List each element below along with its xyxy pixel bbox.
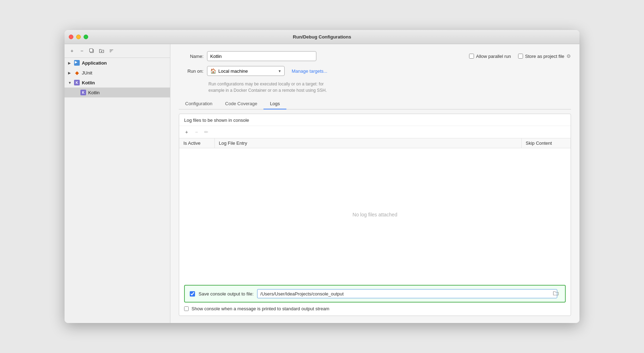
sort-config-button[interactable] [108,47,115,55]
sidebar-toolbar: + − [65,44,170,58]
file-browse-button[interactable] [552,291,560,297]
store-project-checkbox-area: Store as project file ⚙ [518,53,571,59]
copy-config-button[interactable] [88,47,96,55]
tree-arrow-application: ▶ [68,61,74,65]
store-project-gear-icon[interactable]: ⚙ [566,53,571,59]
title-bar: Run/Debug Configurations [65,30,579,44]
close-button[interactable] [69,35,73,39]
show-console-area: Show console when a message is printed t… [179,306,571,316]
run-on-value: Local machine [218,68,248,74]
sidebar: + − [65,44,170,323]
house-icon: 🏠 [210,68,216,74]
content-area: + − [65,44,579,323]
col-header-active: Is Active [179,138,214,148]
kotlin-group-icon: K [74,79,80,86]
window-controls [69,35,88,39]
sort-icon [109,48,114,53]
store-project-label: Store as project file [525,54,564,59]
run-on-select[interactable]: 🏠 Local machine ▼ [207,66,285,76]
folder-plus-icon [99,49,104,53]
tab-configuration[interactable]: Configuration [179,98,219,109]
log-table-container: Is Active Log File Entry Skip Content No… [179,138,571,281]
tree-arrow-junit: ▶ [68,71,74,75]
save-console-label: Save console output to file: [199,291,254,297]
parallel-run-area: Allow parallel run Store as project file… [469,53,571,59]
sidebar-label-kotlin-group: Kotlin [82,80,95,85]
kotlin-child-icon: K [80,89,86,96]
col-header-skip: Skip Content [521,138,571,148]
folder-config-button[interactable] [98,47,105,55]
run-on-row: Run on: 🏠 Local machine ▼ Manage targets… [179,66,571,76]
name-label: Name: [179,54,203,59]
log-remove-button[interactable]: − [193,128,200,136]
allow-parallel-checkbox-area: Allow parallel run [469,54,511,59]
log-panel: Log files to be shown in console + − ✏ I… [179,114,571,316]
sidebar-item-junit[interactable]: ▶ ◆ JUnit [65,68,170,78]
show-console-label: Show console when a message is printed t… [192,306,329,311]
sidebar-item-kotlin-group[interactable]: ▼ K Kotlin [65,78,170,88]
log-edit-button[interactable]: ✏ [202,128,210,136]
sidebar-label-junit: JUnit [82,70,92,76]
tabs: Configuration Code Coverage Logs [179,98,571,109]
add-config-button[interactable]: + [68,47,76,55]
maximize-button[interactable] [84,35,88,39]
application-icon: ▶ [74,60,80,66]
select-arrow-icon: ▼ [278,69,281,73]
minimize-button[interactable] [76,35,81,39]
remove-config-button[interactable]: − [78,47,86,55]
run-on-hint: Run configurations may be executed local… [208,81,571,94]
run-on-label: Run on: [179,68,203,74]
log-table: Is Active Log File Entry Skip Content [179,138,571,148]
tree-arrow-kotlin: ▼ [68,81,74,85]
col-header-entry: Log File Entry [214,138,521,148]
file-path-input[interactable] [257,289,557,298]
log-empty-message: No log files attached [179,148,571,281]
sidebar-label-application: Application [82,60,107,66]
main-panel: Name: Allow parallel run Store as projec… [170,44,579,323]
save-console-checkbox[interactable] [190,291,195,297]
name-input[interactable] [207,51,316,61]
sidebar-label-kotlin: Kotlin [88,90,100,95]
save-console-area: Save console output to file: [184,285,566,303]
tab-logs[interactable]: Logs [263,98,286,109]
show-console-checkbox[interactable] [184,306,189,311]
junit-icon: ◆ [74,70,80,76]
store-project-checkbox[interactable] [518,54,523,59]
allow-parallel-checkbox[interactable] [469,54,474,59]
log-panel-title: Log files to be shown in console [179,114,571,126]
run-debug-dialog: Run/Debug Configurations + − [65,30,579,323]
allow-parallel-label: Allow parallel run [476,54,511,59]
name-row: Name: Allow parallel run Store as projec… [179,51,571,61]
manage-targets-link[interactable]: Manage targets... [292,68,327,74]
sidebar-item-kotlin[interactable]: K Kotlin [65,88,170,97]
copy-icon [89,48,94,53]
log-toolbar: + − ✏ [179,126,571,138]
sidebar-item-application[interactable]: ▶ ▶ Application [65,58,170,68]
dialog-title: Run/Debug Configurations [293,34,351,40]
log-add-button[interactable]: + [183,128,190,136]
svg-rect-1 [90,49,93,52]
tab-code-coverage[interactable]: Code Coverage [219,98,263,109]
folder-browse-icon [553,291,559,296]
